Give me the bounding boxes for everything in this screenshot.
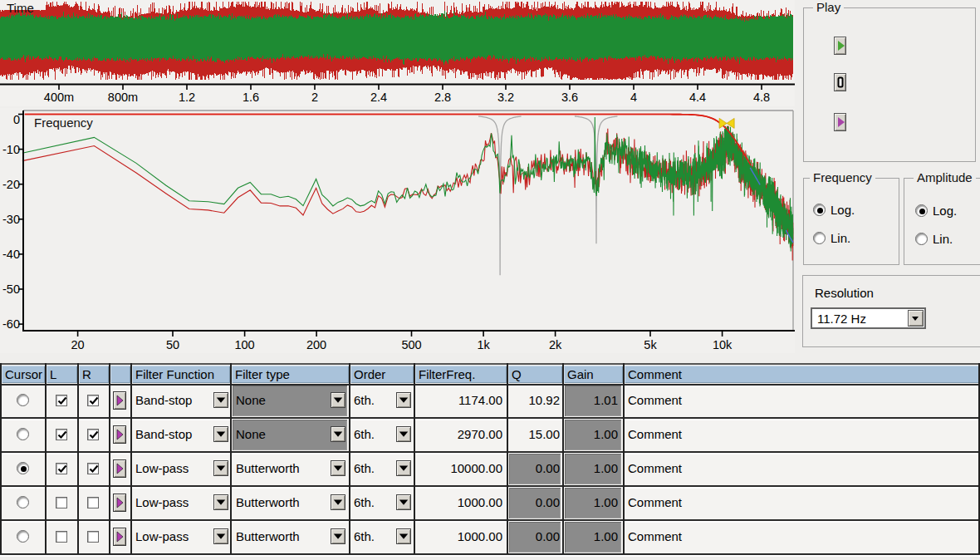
svg-text:2: 2 [311, 91, 318, 104]
svg-text:Time: Time [7, 1, 34, 15]
svg-text:400m: 400m [44, 91, 74, 104]
svg-text:-20: -20 [2, 178, 20, 191]
svg-text:2.8: 2.8 [434, 91, 451, 104]
svg-text:4.4: 4.4 [689, 91, 706, 104]
svg-text:0: 0 [13, 113, 20, 126]
svg-text:3.2: 3.2 [497, 91, 514, 104]
svg-text:10k: 10k [713, 338, 733, 351]
svg-text:1.6: 1.6 [243, 91, 259, 104]
svg-text:500: 500 [401, 338, 421, 351]
svg-text:-60: -60 [2, 317, 20, 331]
svg-text:1.2: 1.2 [179, 91, 195, 104]
svg-text:3.6: 3.6 [561, 91, 578, 104]
svg-text:4.8: 4.8 [753, 91, 770, 104]
svg-text:2.4: 2.4 [370, 91, 387, 104]
svg-text:1k: 1k [477, 338, 490, 351]
svg-text:-40: -40 [2, 248, 20, 261]
svg-text:-10: -10 [2, 143, 20, 156]
svg-text:20: 20 [71, 338, 85, 351]
svg-text:5k: 5k [644, 338, 657, 351]
svg-text:200: 200 [306, 338, 326, 351]
svg-text:50: 50 [166, 338, 179, 351]
svg-text:2k: 2k [549, 338, 562, 351]
svg-text:Frequency: Frequency [34, 115, 93, 130]
svg-text:-50: -50 [2, 282, 20, 296]
svg-text:4: 4 [630, 91, 637, 104]
svg-text:100: 100 [234, 338, 254, 351]
svg-text:800m: 800m [108, 91, 138, 104]
svg-text:-30: -30 [2, 213, 20, 226]
